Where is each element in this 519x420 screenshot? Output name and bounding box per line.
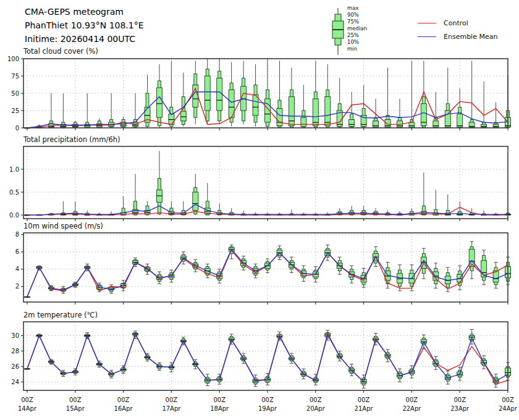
box-25-75 xyxy=(169,114,174,125)
y-tick-label: 26 xyxy=(11,363,19,370)
x-tick-hour-label: 00Z xyxy=(502,397,514,403)
y-tick-label: 8 xyxy=(15,231,19,238)
meteogram-page: CMA-GEPS meteogram PhanThiet 10.93°N 108… xyxy=(0,0,519,420)
x-tick-day-label: 17Apr xyxy=(162,405,181,412)
box-25-75 xyxy=(277,109,282,126)
box-25-75 xyxy=(313,99,318,126)
y-tick-label: 0.5 xyxy=(9,189,19,196)
x-tick-hour-label: 00Z xyxy=(358,397,370,403)
panel-precip: 0.00.51.0 xyxy=(9,146,510,221)
y-tick-label: 100 xyxy=(7,56,19,62)
x-tick-day-label: 24Apr xyxy=(499,405,518,412)
box-25-75 xyxy=(180,111,186,121)
x-tick-hour-label: 00Z xyxy=(454,397,466,403)
x-tick-day-label: 19Apr xyxy=(258,405,277,412)
y-tick-label: 24 xyxy=(11,379,19,385)
x-tick-day-label: 16Apr xyxy=(114,405,133,412)
x-tick-day-label: 14Apr xyxy=(18,405,37,412)
y-tick-label: 30 xyxy=(11,332,19,339)
x-tick-hour-label: 00Z xyxy=(21,397,33,403)
y-tick-label: 0.0 xyxy=(9,212,19,219)
panel-cloud: 0255075100 xyxy=(7,56,511,132)
y-tick-label: 25 xyxy=(11,107,19,114)
x-tick-hour-label: 00Z xyxy=(261,397,274,403)
box-25-75 xyxy=(193,192,198,211)
box-25-75 xyxy=(156,88,162,117)
y-tick-label: 28 xyxy=(11,348,19,355)
panel-temp: 24262830 xyxy=(11,322,510,393)
x-tick-day-label: 20Apr xyxy=(306,405,326,412)
y-tick-label: 6 xyxy=(15,248,19,255)
x-tick-day-label: 22Apr xyxy=(402,405,421,412)
x-tick-day-label: 21Apr xyxy=(355,405,374,412)
y-tick-label: 2 xyxy=(15,283,19,290)
x-tick-hour-label: 00Z xyxy=(166,397,178,403)
y-tick-label: 75 xyxy=(11,73,19,80)
x-tick-hour-label: 00Z xyxy=(213,397,226,403)
panel-border xyxy=(23,146,508,219)
box-25-75 xyxy=(289,97,294,126)
x-tick-hour-label: 00Z xyxy=(117,397,130,403)
x-tick-hour-label: 00Z xyxy=(406,397,418,403)
box-25-75 xyxy=(445,111,450,127)
x-tick-hour-label: 00Z xyxy=(69,397,82,403)
box-25-75 xyxy=(325,97,331,126)
box-25-75 xyxy=(457,114,463,127)
box-25-75 xyxy=(349,120,355,127)
box-25-75 xyxy=(301,117,306,127)
panel-wind: 2468 xyxy=(15,231,511,304)
x-tick-day-label: 15Apr xyxy=(66,405,85,412)
y-tick-label: 0 xyxy=(15,125,19,132)
y-tick-label: 1.0 xyxy=(9,166,19,173)
meteogram-chart-canvas: 02550751000.00.51.024682426283000Z14Apr0… xyxy=(0,0,519,420)
box-25-75 xyxy=(217,78,222,111)
x-tick-day-label: 18Apr xyxy=(210,405,229,412)
box-25-75 xyxy=(433,121,439,127)
x-tick-day-label: 23Apr xyxy=(450,405,470,412)
x-tick-hour-label: 00Z xyxy=(310,397,322,403)
box-25-75 xyxy=(205,76,210,111)
y-tick-label: 4 xyxy=(15,266,19,272)
box-25-75 xyxy=(373,121,379,127)
y-tick-label: 50 xyxy=(11,90,19,97)
